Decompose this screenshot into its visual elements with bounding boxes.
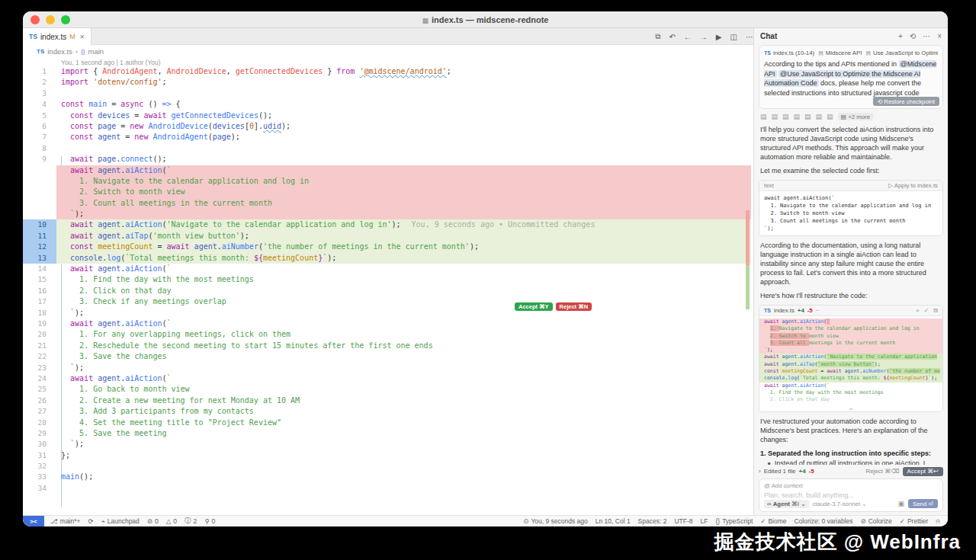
language-mode[interactable]: {}TypeScript (715, 517, 753, 525)
biome[interactable]: ✓Biome (760, 517, 786, 525)
chat-input-placeholder[interactable]: Plan, search, build anything... (764, 491, 938, 499)
chat-messages[interactable]: TSindex.ts (10-14)▤Midscene API▤Use Java… (759, 45, 943, 465)
tab-index-ts[interactable]: TS index.ts M × (23, 28, 92, 45)
code-line[interactable]: 20 1. For any overlapping meetings, clic… (23, 329, 751, 340)
code-line[interactable]: 16 2. Click on that day (23, 286, 751, 296)
more-files-chip[interactable]: ▤ +2 more (838, 113, 873, 120)
code-line[interactable]: 30 `); (23, 439, 751, 450)
remote-indicator-icon[interactable]: >< (23, 516, 44, 527)
close-tab-icon[interactable]: × (80, 33, 85, 41)
context-file-icon[interactable]: ▤ (816, 113, 823, 120)
accept-all-button[interactable]: Accept ⌘↩ (903, 467, 943, 476)
code-line[interactable]: 25 1. Go back to month view (23, 384, 751, 395)
image-icon[interactable]: ▣ (898, 500, 905, 507)
prettier[interactable]: ✓Prettier (900, 517, 929, 525)
code-line[interactable]: await agent.aiAction(` (23, 165, 751, 176)
code-line[interactable]: 3 (23, 88, 751, 99)
expand-diff-icon[interactable]: ⌄ (759, 405, 942, 411)
context-file-icon[interactable]: ▤ (827, 113, 833, 120)
notifications-icon[interactable]: ⍾ (936, 517, 940, 526)
open-changes-icon[interactable]: ↶ (669, 33, 675, 41)
code-line[interactable]: 13 console.log(`Total meetings this mont… (23, 253, 751, 264)
more-icon[interactable]: ⋯ (923, 32, 930, 40)
colorize[interactable]: ⊘Colorize (861, 517, 892, 525)
ports-icon[interactable]: ⚲0 (204, 517, 215, 525)
code-line[interactable]: 6 const page = new AndroidDevice(devices… (23, 121, 751, 132)
code-line[interactable]: 5 const devices = await getConnectedDevi… (23, 110, 751, 121)
code-editor[interactable]: You, 1 second ago | 1 author (You) 1impo… (23, 57, 751, 515)
code-line[interactable]: 21 2. Reschedule the second meeting to s… (23, 341, 751, 351)
blame-icon[interactable]: ⊙You, 9 seconds ago (523, 517, 587, 525)
chat-tab[interactable]: Chat (760, 32, 777, 40)
new-chat-icon[interactable]: + (898, 32, 903, 40)
compare-changes-icon[interactable]: ⧉ (655, 32, 660, 41)
code-line[interactable]: 11 await agent.aiTap('month view button'… (23, 231, 751, 242)
history-icon[interactable]: ⟲ (910, 32, 916, 40)
indentation[interactable]: Spaces: 2 (638, 517, 667, 525)
back-icon[interactable]: ← (684, 33, 692, 41)
breadcrumb-symbol[interactable]: main (88, 47, 104, 56)
code-line[interactable]: 28 4. Set the meeting title to "Project … (23, 418, 751, 428)
codelens-blame[interactable]: You, 1 second ago | 1 author (You) (61, 59, 161, 66)
code-line[interactable]: 8 (23, 143, 751, 154)
run-icon[interactable]: ▶ (716, 33, 722, 41)
send-button[interactable]: Send ⏎ (908, 499, 938, 508)
code-line[interactable]: 2. Switch to month view (23, 187, 751, 197)
close-icon[interactable]: × (937, 32, 942, 40)
code-line[interactable]: 19 await agent.aiAction(` (23, 318, 751, 329)
model-dropdown[interactable]: claude-3.7-sonnet ⌄ (813, 501, 867, 507)
context-file-icon[interactable]: ▤ (794, 113, 801, 120)
split-editor-icon[interactable]: ◫ (730, 33, 737, 41)
attachment-chip[interactable]: ▤Use JavaScript to Optimize the... (865, 50, 938, 56)
forward-icon[interactable]: → (700, 33, 708, 41)
close-icon[interactable]: × (916, 307, 920, 315)
code-line[interactable]: 34 (23, 483, 751, 494)
code-line[interactable]: 7 const agent = new AndroidAgent(page); (23, 132, 751, 142)
code-line[interactable]: 9 await page.connect(); (23, 154, 751, 165)
attachment-chip[interactable]: ▤Midscene API (818, 50, 862, 56)
code-line[interactable]: 18 `); (23, 308, 751, 318)
code-line[interactable]: 17 3. Check if any meetings overlap (23, 296, 751, 307)
code-line[interactable]: 22 3. Save the changes (23, 351, 751, 362)
code-line[interactable]: 29 5. Save the meeting (23, 428, 751, 439)
check-icon[interactable]: ✓ (924, 307, 929, 315)
info-icon[interactable]: ⓘ2 (185, 517, 197, 526)
code-line[interactable]: 14 await agent.aiAction(` (23, 264, 751, 274)
breadcrumb-file[interactable]: index.ts (47, 47, 72, 56)
code-line[interactable]: 12 const meetingCount = await agent.aiNu… (23, 242, 751, 252)
encoding[interactable]: UTF-8 (674, 517, 692, 525)
cursor-position[interactable]: Ln 10, Col 1 (596, 517, 631, 525)
restore-checkpoint-button[interactable]: ⟲ Restore checkpoint (873, 97, 939, 106)
context-file-icon[interactable]: ▤ (782, 113, 789, 120)
branch-icon[interactable]: ⎇main*+ (50, 517, 81, 525)
expand-icon[interactable]: ⧉ (933, 307, 938, 315)
code-line[interactable]: 10 await agent.aiAction('Navigate to the… (23, 219, 751, 230)
attachment-chip[interactable]: TSindex.ts (10-14) (764, 50, 814, 56)
code-line[interactable]: 23 `); (23, 363, 751, 373)
errors-icon[interactable]: ⊘0 (147, 517, 159, 525)
apply-to-file-button[interactable]: ▷ Apply to index.ts (888, 182, 938, 189)
context-file-icon[interactable]: ▤ (772, 113, 779, 120)
code-line[interactable]: 33main(); (23, 472, 751, 482)
breadcrumb[interactable]: TS index.ts › {} main (23, 45, 751, 57)
context-file-icon[interactable]: ▤ (760, 113, 767, 120)
code-line[interactable]: 1. Navigate to the calendar application … (23, 176, 751, 187)
eol[interactable]: LF (701, 517, 708, 525)
code-line[interactable]: 2import 'dotenv/config'; (23, 77, 751, 88)
code-line[interactable]: 3. Count all meetings in the current mon… (23, 198, 751, 209)
colorize-variables[interactable]: Colorize: 0 variables (795, 517, 853, 525)
code-line[interactable]: 4const main = async () => { (23, 99, 751, 110)
reject-hunk-button[interactable]: Reject ⌘N (556, 302, 592, 311)
code-line[interactable]: 26 2. Create a new meeting for next Mond… (23, 395, 751, 406)
more-actions-icon[interactable]: ⋯ (746, 33, 753, 41)
reject-all-button[interactable]: Reject ⌘⌫ (865, 468, 899, 475)
launchpad-icon[interactable]: ⌁Launchpad (101, 517, 140, 525)
code-line[interactable]: 27 3. Add 3 participants from my contact… (23, 406, 751, 417)
review-caret-icon[interactable]: › (759, 468, 761, 475)
diff-card-file[interactable]: index.ts (774, 307, 795, 314)
context-file-icon[interactable]: ▤ (804, 113, 811, 120)
code-line[interactable]: 24 await agent.aiAction(` (23, 373, 751, 384)
accept-hunk-button[interactable]: Accept ⌘Y (515, 302, 553, 311)
code-line[interactable]: 31}; (23, 450, 751, 461)
code-line[interactable]: 15 1. Find the day with the most meeting… (23, 274, 751, 285)
